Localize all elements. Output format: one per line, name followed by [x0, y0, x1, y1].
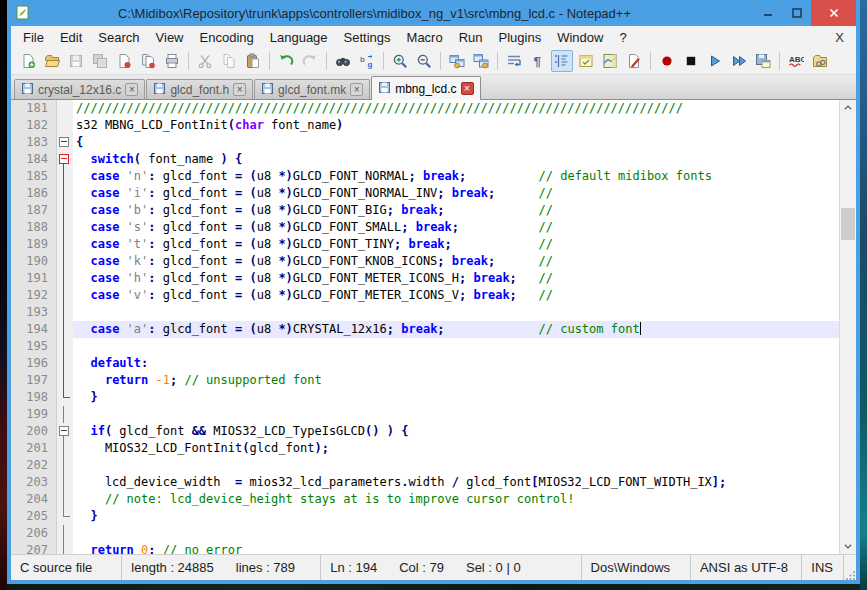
status-value: C source file	[20, 560, 92, 575]
replace-button[interactable]: bg	[356, 50, 378, 72]
fold-toggle-icon[interactable]	[57, 151, 73, 168]
code-text[interactable]: case 'b': glcd_font = (u8 *)GLCD_FONT_BI…	[73, 202, 856, 219]
menu-language[interactable]: Language	[262, 28, 336, 47]
close-tab-icon[interactable]: ×	[125, 83, 138, 96]
code-text[interactable]	[73, 304, 856, 321]
sync-scroll-h-button[interactable]	[470, 50, 492, 72]
code-text[interactable]: {	[73, 134, 856, 151]
copy-button[interactable]	[218, 50, 240, 72]
fold-toggle-icon[interactable]	[57, 134, 73, 151]
close-tab-icon[interactable]: ×	[233, 83, 246, 96]
vertical-scrollbar[interactable]	[839, 100, 856, 554]
zoom-in-button[interactable]	[389, 50, 411, 72]
resize-grip[interactable]	[844, 555, 856, 580]
code-text[interactable]: }	[73, 389, 856, 406]
print-button[interactable]	[161, 50, 183, 72]
save-button[interactable]	[65, 50, 87, 72]
titlebar[interactable]: C:\Midibox\Repository\trunk\apps\control…	[11, 0, 856, 26]
code-text[interactable]: case 's': glcd_font = (u8 *)GLCD_FONT_SM…	[73, 219, 856, 236]
menu-view[interactable]: View	[148, 28, 192, 47]
code-text[interactable]	[73, 338, 856, 355]
maximize-button[interactable]	[782, 0, 811, 26]
macro-stop-button[interactable]	[680, 50, 702, 72]
code-text[interactable]: default:	[73, 355, 856, 372]
close-all-button[interactable]	[137, 50, 159, 72]
status-insert-mode[interactable]: INS	[802, 555, 844, 580]
menu-window[interactable]: Window	[549, 28, 611, 47]
code-text[interactable]: case 'k': glcd_font = (u8 *)GLCD_FONT_KN…	[73, 253, 856, 270]
close-button[interactable]	[811, 0, 856, 26]
menu-help[interactable]: ?	[611, 28, 634, 47]
macro-play-button[interactable]	[704, 50, 726, 72]
close-tab-icon[interactable]: ×	[461, 82, 474, 95]
function-list-button[interactable]	[623, 50, 645, 72]
undo-button[interactable]	[275, 50, 297, 72]
code-text[interactable]: ////////////////////////////////////////…	[73, 100, 856, 117]
code-text[interactable]: case 'a': glcd_font = (u8 *)CRYSTAL_12x1…	[73, 321, 856, 338]
fold-margin	[57, 372, 73, 389]
menubar-close-document-x[interactable]: X	[835, 30, 856, 45]
desktop-background-left	[0, 0, 7, 590]
spell-check-button[interactable]: ABC	[785, 50, 807, 72]
macro-run-multiple-button[interactable]	[728, 50, 750, 72]
code-text[interactable]	[73, 525, 856, 542]
save-all-button[interactable]	[89, 50, 111, 72]
code-text[interactable]: case 'h': glcd_font = (u8 *)GLCD_FONT_ME…	[73, 270, 856, 287]
show-all-chars-button[interactable]: ¶	[527, 50, 549, 72]
fold-toggle-icon[interactable]	[57, 423, 73, 440]
macro-record-button[interactable]	[656, 50, 678, 72]
code-text[interactable]: if( glcd_font && MIOS32_LCD_TypeIsGLCD()…	[73, 423, 856, 440]
code-text[interactable]: }	[73, 508, 856, 525]
code-text[interactable]: return 0; // no error	[73, 542, 856, 554]
scrollbar-thumb[interactable]	[841, 208, 855, 240]
menu-edit[interactable]: Edit	[52, 28, 90, 47]
code-text[interactable]: s32 MBNG_LCD_FontInit(char font_name)	[73, 117, 856, 134]
code-text[interactable]: case 'n': glcd_font = (u8 *)GLCD_FONT_NO…	[73, 168, 856, 185]
user-dialog-button[interactable]	[575, 50, 597, 72]
minimize-button[interactable]	[753, 0, 782, 26]
close-file-button[interactable]	[113, 50, 135, 72]
code-text[interactable]: case 't': glcd_font = (u8 *)GLCD_FONT_TI…	[73, 236, 856, 253]
close-tab-icon[interactable]: ×	[350, 83, 363, 96]
sync-scroll-v-button[interactable]	[446, 50, 468, 72]
code-editor[interactable]: 181/////////////////////////////////////…	[11, 100, 856, 554]
code-text[interactable]: case 'v': glcd_font = (u8 *)GLCD_FONT_ME…	[73, 287, 856, 304]
indent-guide-icon	[554, 53, 570, 69]
redo-button[interactable]	[299, 50, 321, 72]
code-text[interactable]: MIOS32_LCD_FontInit(glcd_font);	[73, 440, 856, 457]
open-file-button[interactable]	[41, 50, 63, 72]
code-line: 183{	[11, 134, 856, 151]
paste-button[interactable]	[242, 50, 264, 72]
word-wrap-button[interactable]	[503, 50, 525, 72]
doc-map-button[interactable]	[599, 50, 621, 72]
menu-file[interactable]: File	[15, 28, 52, 47]
scroll-up-arrow-icon[interactable]	[840, 100, 856, 116]
code-text[interactable]	[73, 406, 856, 423]
explorer-link-button[interactable]	[809, 50, 831, 72]
cut-button[interactable]	[194, 50, 216, 72]
tab-crystal_12x16.c[interactable]: crystal_12x16.c×	[14, 79, 145, 99]
code-text[interactable]: // note: lcd_device_height stays at is t…	[73, 491, 856, 508]
menu-run[interactable]: Run	[451, 28, 491, 47]
macro-save-button[interactable]	[752, 50, 774, 72]
code-text[interactable]	[73, 457, 856, 474]
new-file-button[interactable]	[17, 50, 39, 72]
menu-settings[interactable]: Settings	[336, 28, 399, 47]
code-text[interactable]: switch( font_name ) {	[73, 151, 856, 168]
code-text[interactable]: return -1; // unsupported font	[73, 372, 856, 389]
menu-macro[interactable]: Macro	[399, 28, 451, 47]
tab-mbng_lcd.c[interactable]: mbng_lcd.c×	[371, 76, 480, 100]
line-number: 188	[11, 219, 57, 236]
menu-encoding[interactable]: Encoding	[192, 28, 262, 47]
tab-glcd_font.mk[interactable]: glcd_font.mk×	[254, 79, 370, 99]
indent-guide-button[interactable]	[551, 50, 573, 72]
code-text[interactable]: case 'i': glcd_font = (u8 *)GLCD_FONT_NO…	[73, 185, 856, 202]
menu-search[interactable]: Search	[90, 28, 147, 47]
svg-text:b: b	[360, 55, 365, 64]
zoom-out-button[interactable]	[413, 50, 435, 72]
tab-glcd_font.h[interactable]: glcd_font.h×	[146, 79, 253, 99]
find-button[interactable]	[332, 50, 354, 72]
code-text[interactable]: lcd_device_width = mios32_lcd_parameters…	[73, 474, 856, 491]
scroll-down-arrow-icon[interactable]	[840, 538, 856, 554]
menu-plugins[interactable]: Plugins	[491, 28, 550, 47]
